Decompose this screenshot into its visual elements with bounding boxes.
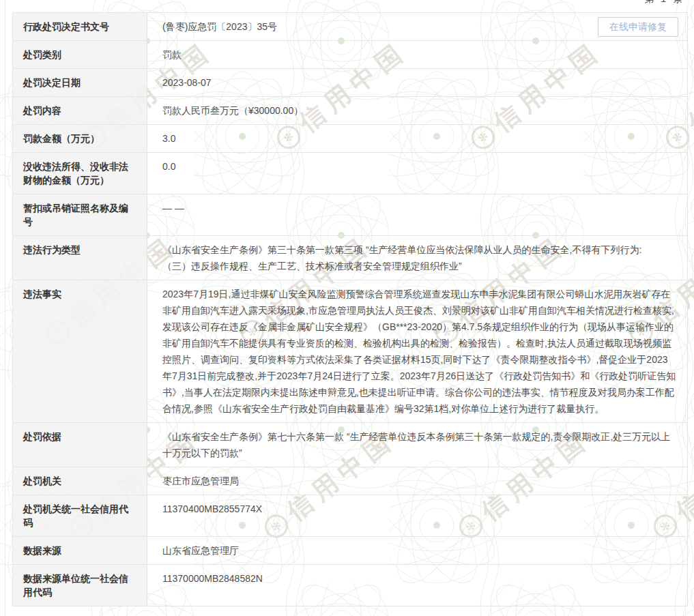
row-label: 行政处罚决定书文号: [13, 13, 147, 40]
table-row: 违法事实 2023年7月19日,通过非煤矿山安全风险监测预警综合管理系统巡查发现…: [13, 280, 687, 423]
row-value: 11370400MB2855774X: [147, 495, 687, 536]
table-row: 数据来源单位统一社会信用代码 11370000MB2848582N: [13, 565, 687, 606]
row-label: 处罚决定日期: [13, 69, 147, 96]
row-value: 枣庄市应急管理局: [147, 467, 687, 495]
row-value: 2023年7月19日,通过非煤矿山安全风险监测预警综合管理系统巡查发现山东申丰水…: [147, 280, 687, 422]
row-label: 处罚机关统一社会信用代码: [13, 495, 147, 536]
page-left-border: [5, 0, 5, 616]
row-value-text: 3.0: [162, 133, 175, 144]
row-label: 没收违法所得、没收非法财物的金额（万元）: [13, 153, 147, 194]
row-label: 处罚机关: [13, 467, 147, 495]
row-value: 山东省应急管理厅: [147, 537, 687, 564]
row-label: 数据来源: [13, 537, 147, 564]
table-row: 违法行为类型 《山东省安全生产条例》第三十条第一款第三项 “生产经营单位应当依法…: [13, 236, 687, 280]
row-label: 数据来源单位统一社会信用代码: [13, 565, 147, 606]
row-value: 3.0: [147, 125, 687, 152]
penalty-detail-table: 行政处罚决定书文号 (鲁枣)应急罚〔2023〕35号在线申请修复 处罚类别 罚款…: [12, 12, 688, 606]
row-label: 处罚依据: [13, 423, 147, 467]
table-row: 行政处罚决定书文号 (鲁枣)应急罚〔2023〕35号在线申请修复: [13, 13, 687, 41]
row-label: 违法事实: [13, 280, 147, 422]
row-value: 《山东省安全生产条例》第三十条第一款第三项 “生产经营单位应当依法保障从业人员的…: [147, 236, 687, 280]
row-value-text: 《山东省安全生产条例》第七十六条第一款 “生产经营单位违反本条例第三十条第一款规…: [162, 431, 670, 458]
row-value-text: 《山东省安全生产条例》第三十条第一款第三项 “生产经营单位应当依法保障从业人员的…: [162, 244, 641, 272]
penalty-detail-page: ✻信用中国✻信用中国✻信用中国✻信用中国✻信用中国✻信用中国✻信用中国✻信用中国…: [0, 0, 694, 616]
row-value-text: 山东省应急管理厅: [162, 545, 239, 556]
row-value-text: 枣庄市应急管理局: [162, 475, 239, 486]
table-row: 罚款金额（万元） 3.0: [13, 125, 687, 153]
row-label: 暂扣或吊销证照名称及编号: [13, 194, 147, 235]
table-row: 处罚机关统一社会信用代码 11370400MB2855774X: [13, 495, 687, 537]
table-row: 处罚机关 枣庄市应急管理局: [13, 467, 687, 495]
row-value-text: 11370400MB2855774X: [162, 503, 262, 514]
row-value-text: 0.0: [162, 161, 175, 172]
row-value-text: — —: [162, 203, 184, 214]
row-value-text: 罚款: [162, 49, 182, 60]
row-label: 违法行为类型: [13, 236, 147, 280]
row-value: 11370000MB2848582N: [147, 565, 687, 606]
row-value-text: 11370000MB2848582N: [162, 573, 263, 584]
row-value: 《山东省安全生产条例》第七十六条第一款 “生产经营单位违反本条例第三十条第一款规…: [147, 423, 687, 467]
table-row: 处罚类别 罚款: [13, 41, 687, 69]
row-value-text: 2023-08-07: [162, 77, 212, 88]
row-label: 处罚类别: [13, 41, 147, 68]
row-value: 2023-08-07: [147, 69, 687, 96]
row-value-text: 2023年7月19日,通过非煤矿山安全风险监测预警综合管理系统巡查发现山东申丰水…: [162, 289, 676, 414]
row-value: 0.0: [147, 153, 687, 194]
row-label: 处罚内容: [13, 97, 147, 124]
pagination-partial-text: 第 1 条: [644, 0, 684, 5]
online-repair-button[interactable]: 在线申请修复: [598, 17, 678, 37]
table-row: 处罚依据 《山东省安全生产条例》第七十六条第一款 “生产经营单位违反本条例第三十…: [13, 423, 687, 467]
table-row: 处罚决定日期 2023-08-07: [13, 69, 687, 97]
row-value: — —: [147, 194, 687, 235]
row-label: 罚款金额（万元）: [13, 125, 147, 152]
table-row: 处罚内容 罚款人民币叁万元（¥30000.00）: [13, 97, 687, 125]
row-value-text: 罚款人民币叁万元（¥30000.00）: [162, 105, 303, 116]
table-row: 数据来源 山东省应急管理厅: [13, 537, 687, 565]
row-value: 罚款人民币叁万元（¥30000.00）: [147, 97, 687, 124]
table-row: 没收违法所得、没收非法财物的金额（万元） 0.0: [13, 153, 687, 194]
table-row: 暂扣或吊销证照名称及编号 — —: [13, 194, 687, 236]
row-value: (鲁枣)应急罚〔2023〕35号在线申请修复: [147, 13, 687, 40]
row-value-text: (鲁枣)应急罚〔2023〕35号: [162, 21, 277, 32]
row-value: 罚款: [147, 41, 687, 68]
